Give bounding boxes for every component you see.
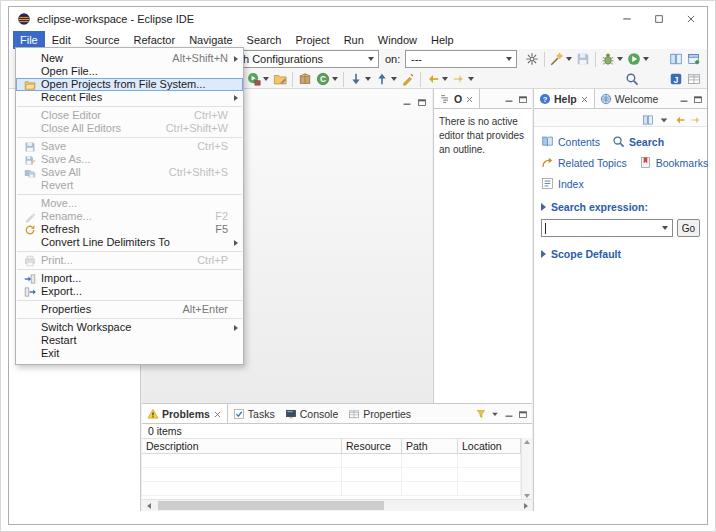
save-icon [24, 141, 36, 153]
save-all-icon [24, 167, 36, 179]
tab-welcome[interactable]: Welcome [595, 89, 664, 108]
scroll-left-button[interactable] [142, 500, 155, 511]
target-combo[interactable]: --- [405, 50, 517, 68]
menu-icon-slot [20, 109, 39, 122]
menu-icon-slot [20, 179, 39, 192]
toolbar-icons-left [523, 49, 651, 69]
filter-icon[interactable] [476, 409, 486, 419]
save-button[interactable] [574, 50, 592, 68]
resource-perspective-button[interactable] [685, 70, 703, 88]
menu-window[interactable]: Window [371, 31, 424, 49]
menu-item-new[interactable]: NewAlt+Shift+N [16, 52, 243, 65]
menu-help[interactable]: Help [424, 31, 461, 49]
column-header-description[interactable]: Description [142, 439, 342, 453]
previous-annotation-button[interactable] [373, 70, 399, 88]
vertical-scrollbar[interactable] [521, 438, 532, 500]
maximize-button[interactable] [643, 7, 675, 31]
close-tab-icon[interactable] [465, 94, 474, 103]
launch-settings-button[interactable] [523, 50, 541, 68]
menu-run[interactable]: Run [337, 31, 371, 49]
launch-configurations-combo[interactable]: h Configurations [237, 50, 379, 68]
tab-outline[interactable]: O [434, 89, 480, 108]
forward-icon[interactable] [690, 112, 702, 124]
view-menu-icon[interactable] [658, 112, 670, 124]
export-icon-slot [20, 285, 39, 298]
menu-icon-slot [20, 334, 39, 347]
scroll-right-button[interactable] [519, 500, 532, 511]
rename-icon-slot [20, 210, 39, 223]
minimize-view-icon[interactable] [504, 409, 514, 419]
minimize-view-icon[interactable] [679, 94, 689, 104]
menu-item-save-all: Save AllCtrl+Shift+S [16, 166, 243, 179]
index-icon [541, 177, 554, 190]
go-button[interactable]: Go [677, 219, 700, 237]
menu-search[interactable]: Search [240, 31, 289, 49]
help-link-bookmarks[interactable]: Bookmarks [639, 156, 709, 169]
menu-separator [17, 300, 242, 301]
menu-item-import[interactable]: Import... [16, 272, 243, 285]
scrollbar-thumb[interactable] [158, 501, 384, 510]
fast-views-button[interactable] [667, 50, 685, 68]
close-tab-icon[interactable] [213, 409, 222, 418]
menu-item-refresh[interactable]: RefreshF5 [16, 223, 243, 236]
show-all-topics-icon[interactable] [642, 112, 654, 124]
view-menu-icon[interactable] [490, 409, 500, 419]
menu-item-recent-files[interactable]: Recent Files [16, 91, 243, 104]
close-tab-icon[interactable] [580, 94, 589, 103]
maximize-view-icon[interactable] [417, 93, 427, 103]
maximize-view-icon[interactable] [518, 94, 528, 104]
help-link-search[interactable]: Search [612, 135, 664, 148]
menu-item-convert-line-delimiters-to[interactable]: Convert Line Delimiters To [16, 236, 243, 249]
menu-item-switch-workspace[interactable]: Switch Workspace [16, 321, 243, 334]
maximize-view-icon[interactable] [518, 409, 528, 419]
minimize-view-icon[interactable] [402, 93, 412, 103]
next-annotation-button[interactable] [347, 70, 373, 88]
tab-help[interactable]: ? Help [534, 89, 595, 108]
tab-tasks[interactable]: Tasks [228, 404, 280, 423]
menu-item-properties[interactable]: PropertiesAlt+Enter [16, 303, 243, 316]
table-cell [142, 468, 342, 481]
back-button[interactable] [424, 70, 450, 88]
last-edit-location-button[interactable] [399, 70, 417, 88]
new-wizard-button[interactable] [548, 50, 574, 68]
maximize-view-icon[interactable] [693, 94, 703, 104]
tab-console[interactable]: Console [280, 404, 344, 423]
new-class-button[interactable]: C [314, 70, 340, 88]
forward-icon [452, 72, 466, 86]
java-perspective-button[interactable]: J [667, 70, 685, 88]
search-expression-section[interactable]: Search expression: [541, 201, 700, 213]
column-header-resource[interactable]: Resource [342, 439, 402, 453]
tab-properties[interactable]: Properties [343, 404, 416, 423]
menu-item-export[interactable]: Export... [16, 285, 243, 298]
tab-problems[interactable]: Problems [142, 404, 228, 423]
open-perspective-button[interactable] [685, 50, 703, 68]
minimize-view-icon[interactable] [504, 94, 514, 104]
column-header-location[interactable]: Location [458, 439, 521, 453]
forward-button[interactable] [450, 70, 476, 88]
menu-item-open-projects-from-file-system[interactable]: Open Projects from File System... [16, 78, 243, 91]
menu-item-open-file[interactable]: Open File... [16, 65, 243, 78]
scope-section[interactable]: Scope Default [541, 248, 700, 260]
open-element-button[interactable] [271, 70, 289, 88]
search-button[interactable] [623, 70, 641, 88]
scroll-up-icon[interactable] [524, 440, 530, 444]
column-header-path[interactable]: Path [402, 439, 458, 453]
debug-button[interactable] [599, 50, 625, 68]
status-bar [9, 511, 707, 524]
help-link-related-topics[interactable]: Related Topics [541, 156, 627, 169]
menu-item-label: Convert Line Delimiters To [41, 236, 170, 249]
new-package-button[interactable] [296, 70, 314, 88]
close-button[interactable] [675, 7, 707, 31]
menu-item-restart[interactable]: Restart [16, 334, 243, 347]
scrollbar-track[interactable] [155, 500, 519, 511]
menu-item-exit[interactable]: Exit [16, 347, 243, 360]
minimize-button[interactable] [611, 7, 643, 31]
back-icon[interactable] [674, 112, 686, 124]
external-tools-button[interactable] [245, 70, 271, 88]
help-link-index[interactable]: Index [541, 177, 584, 190]
search-expression-input[interactable] [541, 219, 673, 237]
scroll-down-icon[interactable] [524, 494, 530, 498]
help-link-contents[interactable]: Contents [541, 135, 600, 148]
run-button[interactable] [625, 50, 651, 68]
menu-project[interactable]: Project [288, 31, 336, 49]
